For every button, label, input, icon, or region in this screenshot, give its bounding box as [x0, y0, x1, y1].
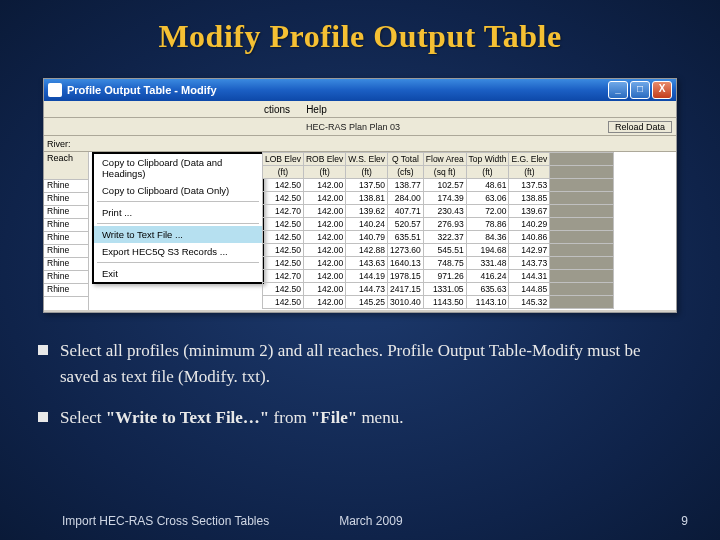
table-row[interactable]: 142.50142.00143.631640.13748.75331.48143… [263, 257, 614, 270]
list-item: Rhine [44, 232, 88, 245]
table-cell: 142.50 [263, 244, 304, 257]
table-cell: 140.29 [509, 218, 550, 231]
titlebar: Profile Output Table - Modify _ □ X [44, 79, 676, 101]
table-units-row: (ft) (ft) (ft) (cfs) (sq ft) (ft) (ft) [263, 166, 614, 179]
table-cell-blank [550, 218, 614, 231]
table-cell: 230.43 [423, 205, 466, 218]
table-cell: 276.93 [423, 218, 466, 231]
table-row[interactable]: 142.50142.00138.81284.00174.3963.06138.8… [263, 192, 614, 205]
table-cell: 1143.10 [466, 296, 509, 309]
table-cell: 416.24 [466, 270, 509, 283]
col-header[interactable]: ROB Elev [303, 153, 345, 166]
col-unit-blank [550, 166, 614, 179]
table-cell: 63.06 [466, 192, 509, 205]
menu-print[interactable]: Print ... [94, 204, 262, 221]
close-button[interactable]: X [652, 81, 672, 99]
table-cell: 971.26 [423, 270, 466, 283]
menu-write-text-file[interactable]: Write to Text File ... [94, 226, 262, 243]
table-cell: 142.00 [303, 283, 345, 296]
toolbar-row: HEC-RAS Plan Plan 03 Reload Data [44, 118, 676, 136]
col-unit: (ft) [263, 166, 304, 179]
table-cell: 142.00 [303, 270, 345, 283]
reload-button[interactable]: Reload Data [608, 121, 672, 133]
col-unit: (ft) [303, 166, 345, 179]
table-cell: 2417.15 [388, 283, 424, 296]
table-cell: 142.00 [303, 296, 345, 309]
table-row[interactable]: 142.70142.00144.191978.15971.26416.24144… [263, 270, 614, 283]
table-cell-blank [550, 179, 614, 192]
list-item: Rhine [44, 258, 88, 271]
table-cell: 142.50 [263, 192, 304, 205]
bullet-bold: "File" [311, 408, 357, 427]
table-cell: 174.39 [423, 192, 466, 205]
table-row[interactable]: 142.50142.00137.50138.77102.5748.61137.5… [263, 179, 614, 192]
table-cell: 142.50 [263, 296, 304, 309]
table-row[interactable]: 142.70142.00139.62407.71230.4372.00139.6… [263, 205, 614, 218]
grid-area: Reach Rhine Rhine Rhine Rhine Rhine Rhin… [44, 152, 676, 310]
col-header[interactable]: Flow Area [423, 153, 466, 166]
table-cell: 322.37 [423, 231, 466, 244]
menu-separator [97, 262, 259, 263]
table-cell: 1331.05 [423, 283, 466, 296]
col-header[interactable]: E.G. Elev [509, 153, 550, 166]
col-header[interactable]: Top Width [466, 153, 509, 166]
col-header[interactable]: W.S. Elev [346, 153, 388, 166]
table-row[interactable]: 142.50142.00144.732417.151331.05635.6314… [263, 283, 614, 296]
menu-exit[interactable]: Exit [94, 265, 262, 282]
list-item: Rhine [44, 219, 88, 232]
plan-label: HEC-RAS Plan Plan 03 [306, 122, 400, 132]
reach-header: Reach [44, 152, 88, 180]
bullet-text: from [269, 408, 311, 427]
menu-copy-headings[interactable]: Copy to Clipboard (Data and Headings) [94, 154, 262, 182]
footer-left: Import HEC-RAS Cross Section Tables [62, 514, 269, 528]
footer: Import HEC-RAS Cross Section Tables Marc… [62, 514, 700, 528]
table-cell: 331.48 [466, 257, 509, 270]
table-cell-blank [550, 257, 614, 270]
table-row[interactable]: 142.50142.00140.24520.57276.9378.86140.2… [263, 218, 614, 231]
table-cell-blank [550, 283, 614, 296]
table-cell: 1978.15 [388, 270, 424, 283]
table-cell: 635.63 [466, 283, 509, 296]
table-cell: 194.68 [466, 244, 509, 257]
bullet-text: Select all profiles (minimum 2) and all … [60, 341, 641, 386]
table-cell: 142.00 [303, 205, 345, 218]
slide-title: Modify Profile Output Table [0, 0, 720, 55]
minimize-button[interactable]: _ [608, 81, 628, 99]
menu-separator [97, 223, 259, 224]
app-window: Profile Output Table - Modify _ □ X ctio… [43, 78, 677, 313]
footer-center: March 2009 [339, 514, 402, 528]
table-cell: 142.97 [509, 244, 550, 257]
table-cell: 1273.60 [388, 244, 424, 257]
file-menu-dropdown: Copy to Clipboard (Data and Headings) Co… [92, 152, 264, 284]
bullet-list: Select all profiles (minimum 2) and all … [38, 338, 680, 445]
col-unit: (ft) [509, 166, 550, 179]
bullet-bold: "Write to Text File…" [106, 408, 270, 427]
table-cell: 137.50 [346, 179, 388, 192]
table-row[interactable]: 142.50142.00142.881273.60545.51194.68142… [263, 244, 614, 257]
table-cell: 142.50 [263, 179, 304, 192]
table-cell: 142.50 [263, 283, 304, 296]
menu-export-hec5q[interactable]: Export HEC5Q S3 Records ... [94, 243, 262, 260]
bullet-text: menu. [357, 408, 403, 427]
menu-copy-data[interactable]: Copy to Clipboard (Data Only) [94, 182, 262, 199]
col-header-blank [550, 153, 614, 166]
menu-item-help[interactable]: Help [298, 104, 335, 115]
col-unit: (ft) [466, 166, 509, 179]
menu-item-partial[interactable]: ctions [44, 104, 298, 115]
table-cell: 635.51 [388, 231, 424, 244]
bullet-item: Select "Write to Text File…" from "File"… [38, 405, 680, 431]
table-cell: 1143.50 [423, 296, 466, 309]
table-cell-blank [550, 231, 614, 244]
table-cell: 84.36 [466, 231, 509, 244]
table-cell: 78.86 [466, 218, 509, 231]
maximize-button[interactable]: □ [630, 81, 650, 99]
table-row[interactable]: 142.50142.00145.253010.401143.501143.101… [263, 296, 614, 309]
table-cell: 144.73 [346, 283, 388, 296]
table-row[interactable]: 142.50142.00140.79635.51322.3784.36140.8… [263, 231, 614, 244]
table-cell: 284.00 [388, 192, 424, 205]
col-header[interactable]: Q Total [388, 153, 424, 166]
menu-separator [97, 201, 259, 202]
table-cell: 138.77 [388, 179, 424, 192]
col-header[interactable]: LOB Elev [263, 153, 304, 166]
table-cell: 520.57 [388, 218, 424, 231]
